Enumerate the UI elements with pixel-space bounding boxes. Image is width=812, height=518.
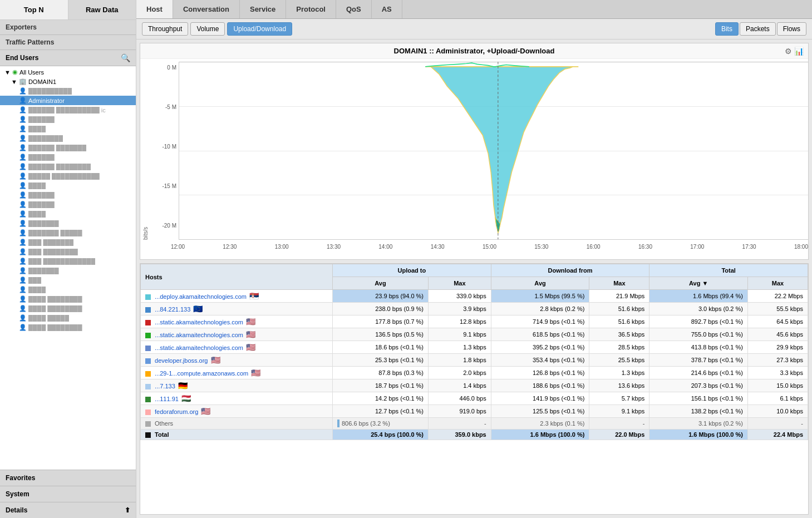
- tree-item-user21[interactable]: 👤 ███: [0, 275, 136, 285]
- tree-item-user9[interactable]: 👤 ██████ ████████: [0, 162, 136, 171]
- traffic-patterns-header[interactable]: Traffic Patterns: [0, 35, 136, 50]
- th-hosts: Hosts: [141, 264, 333, 290]
- tree-item-user8[interactable]: 👤 ██████: [0, 152, 136, 162]
- user-icon: 👤: [19, 163, 27, 170]
- table-row[interactable]: ...29-1...compute.amazonaws.com 🇺🇸 87.8 …: [141, 367, 808, 379]
- tree-item-user20[interactable]: 👤 ███████: [0, 266, 136, 275]
- host-link[interactable]: fedoraforum.org: [155, 408, 198, 415]
- cell-upload-max: 339.0 kbps: [429, 290, 491, 303]
- tab-host[interactable]: Host: [136, 0, 173, 18]
- btn-upload-download[interactable]: Upload/Download: [227, 22, 292, 36]
- tab-as[interactable]: AS: [372, 0, 402, 18]
- tree-item-user18[interactable]: 👤 ███ ████████: [0, 247, 136, 256]
- sidebar: Top N Raw Data Exporters Traffic Pattern…: [0, 0, 136, 518]
- table-row[interactable]: developer.jboss.org 🇺🇸 25.3 bps (<0.1 %)…: [141, 354, 808, 367]
- host-link[interactable]: ...84.221.133: [155, 306, 190, 313]
- tab-qos[interactable]: QoS: [336, 0, 372, 18]
- tree-item-user25[interactable]: 👤 ████ █████: [0, 313, 136, 323]
- host-link[interactable]: ...static.akamaitechnologies.com: [155, 332, 243, 338]
- tree-item-user22[interactable]: 👤 ████: [0, 285, 136, 294]
- y-axis: 0 M -5 M -10 M -15 M -20 M: [151, 62, 179, 240]
- th-total-avg[interactable]: Avg ▼: [649, 277, 748, 290]
- tree-item-user17[interactable]: 👤 ███ ███████: [0, 238, 136, 247]
- cell-total-max: 29.9 kbps: [747, 341, 808, 354]
- tree-item-user7[interactable]: 👤 ██████ ███████: [0, 143, 136, 152]
- btn-throughput[interactable]: Throughput: [142, 22, 188, 36]
- tree-item-all-users[interactable]: ▼ ◉ All Users: [0, 67, 136, 77]
- cell-others-download-avg: 2.3 kbps (0.1 %): [491, 418, 589, 430]
- tree-item-domain1[interactable]: ▼ 🏢 DOMAIN1: [0, 77, 136, 86]
- sidebar-details[interactable]: Details ⬆: [0, 502, 136, 518]
- tree-item-user6[interactable]: 👤 ████████: [0, 134, 136, 143]
- table-row[interactable]: ...static.akamaitechnologies.com 🇺🇸 18.6…: [141, 341, 808, 354]
- btn-flows[interactable]: Flows: [777, 22, 806, 36]
- tree-item-user14[interactable]: 👤 ████: [0, 209, 136, 219]
- cell-upload-avg: 18.7 bps (<0.1 %): [332, 379, 428, 392]
- domain1-label: DOMAIN1: [28, 78, 56, 85]
- table-row[interactable]: ...static.akamaitechnologies.com 🇺🇸 136.…: [141, 328, 808, 341]
- host-link[interactable]: ...deploy.akamaitechnologies.com: [155, 293, 247, 300]
- tree-item-user16[interactable]: 👤 ███████ █████: [0, 228, 136, 238]
- tab-conversation[interactable]: Conversation: [173, 0, 240, 18]
- tree-item-user4[interactable]: 👤 ██████: [0, 115, 136, 124]
- tree-item-user15[interactable]: 👤 ███████: [0, 219, 136, 228]
- table-row[interactable]: ...deploy.akamaitechnologies.com 🇷🇸 23.9…: [141, 290, 808, 303]
- tree-item-user11[interactable]: 👤 ████: [0, 181, 136, 190]
- color-indicator: [145, 333, 151, 338]
- user19-label: ███ ████████████: [28, 258, 95, 265]
- tree-item-user24[interactable]: 👤 ████ ████████: [0, 304, 136, 313]
- tree-item-user10[interactable]: 👤 █████ ███████████: [0, 171, 136, 181]
- user10-label: █████ ███████████: [28, 173, 100, 180]
- th-download-avg: Avg: [491, 277, 589, 290]
- host-link[interactable]: ...static.akamaitechnologies.com: [155, 344, 243, 351]
- btn-packets[interactable]: Packets: [740, 22, 776, 36]
- table-row[interactable]: ...7.133 🇩🇪 18.7 bps (<0.1 %) 1.4 kbps 1…: [141, 379, 808, 392]
- tree-item-user1[interactable]: 👤 ██████████: [0, 86, 136, 96]
- tree-item-user5[interactable]: 👤 ████: [0, 124, 136, 134]
- cell-download-avg: 1.5 Mbps (99.5 %): [491, 290, 589, 303]
- sidebar-tab-rawdata[interactable]: Raw Data: [68, 0, 136, 19]
- table-row[interactable]: ...84.221.133 🇪🇺 238.0 bps (0.9 %) 3.9 k…: [141, 303, 808, 315]
- table-row[interactable]: fedoraforum.org 🇺🇸 12.7 bps (<0.1 %) 919…: [141, 405, 808, 418]
- color-indicator: [145, 410, 151, 415]
- host-link[interactable]: ...111.91: [155, 396, 179, 402]
- sidebar-favorites[interactable]: Favorites: [0, 470, 136, 486]
- cell-host: ...static.akamaitechnologies.com 🇺🇸: [141, 315, 333, 328]
- tree-item-user26[interactable]: 👤 ████ ████████: [0, 323, 136, 332]
- cell-host: ...deploy.akamaitechnologies.com 🇷🇸: [141, 290, 333, 303]
- user18-label: ███ ████████: [28, 249, 78, 255]
- exporters-header[interactable]: Exporters: [0, 20, 136, 35]
- tab-service[interactable]: Service: [240, 0, 286, 18]
- user26-label: ████ ████████: [28, 324, 82, 331]
- host-link[interactable]: developer.jboss.org: [155, 357, 208, 364]
- cell-total-avg: 3.0 kbps (0.2 %): [649, 303, 748, 315]
- tree-item-administrator[interactable]: 👤 Administrator: [0, 96, 136, 105]
- btn-volume[interactable]: Volume: [190, 22, 225, 36]
- user-icon: 👤: [19, 97, 27, 104]
- host-link[interactable]: ...static.akamaitechnologies.com: [155, 319, 243, 325]
- x-tick-1430: 14:30: [431, 244, 445, 250]
- sidebar-system[interactable]: System: [0, 486, 136, 502]
- chart-settings-icon[interactable]: ⚙: [785, 47, 792, 56]
- tree-item-user12[interactable]: 👤 ██████: [0, 190, 136, 200]
- color-indicator: [145, 320, 151, 325]
- chart-bar-icon[interactable]: 📊: [794, 47, 804, 56]
- flag-icon: 🇺🇸: [246, 317, 255, 326]
- search-icon[interactable]: 🔍: [121, 53, 130, 62]
- th-download-max: Max: [589, 277, 649, 290]
- sidebar-tab-topn[interactable]: Top N: [0, 0, 68, 19]
- data-table: Hosts Upload to Download from Total Avg …: [140, 264, 808, 440]
- table-row[interactable]: ...111.91 🇭🇺 14.2 bps (<0.1 %) 446.0 bps…: [141, 392, 808, 405]
- host-link[interactable]: ...29-1...compute.amazonaws.com: [155, 370, 248, 377]
- btn-bits[interactable]: Bits: [715, 22, 739, 36]
- table-row[interactable]: ...static.akamaitechnologies.com 🇺🇸 177.…: [141, 315, 808, 328]
- tree-item-user3[interactable]: 👤 ██████ ██████████ ic: [0, 105, 136, 115]
- cell-upload-avg: 18.6 bps (<0.1 %): [332, 341, 428, 354]
- tree-item-user23[interactable]: 👤 ████ ████████: [0, 294, 136, 304]
- cell-download-max: 51.6 kbps: [589, 315, 649, 328]
- tree-item-user19[interactable]: 👤 ███ ████████████: [0, 256, 136, 266]
- tree-item-user13[interactable]: 👤 ██████: [0, 200, 136, 209]
- total-color: [145, 432, 151, 438]
- tab-protocol[interactable]: Protocol: [286, 0, 336, 18]
- host-link[interactable]: ...7.133: [155, 383, 175, 389]
